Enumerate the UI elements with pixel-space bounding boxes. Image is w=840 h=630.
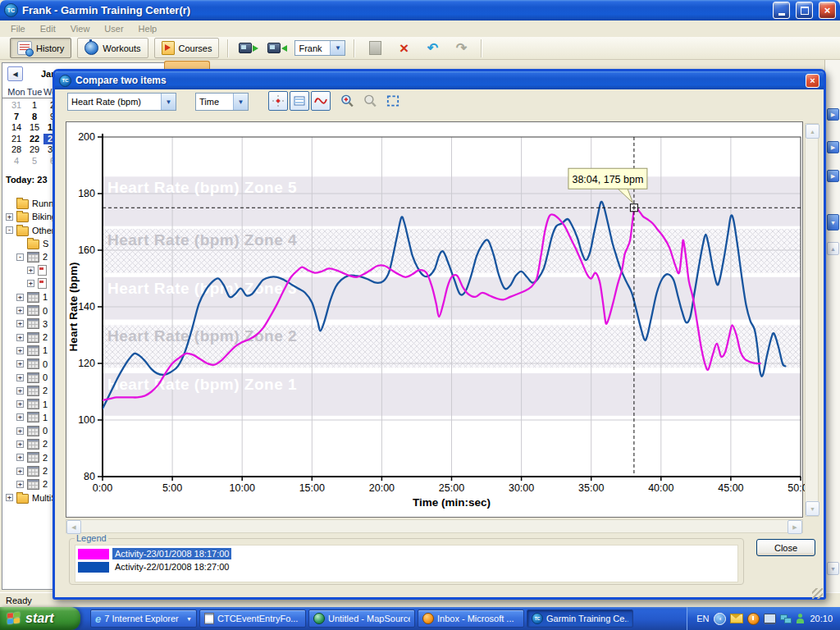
tree-expander[interactable]: + <box>6 213 13 221</box>
panel-combo-button[interactable]: ▼ <box>827 214 839 231</box>
zones-toggle-button[interactable] <box>290 91 309 111</box>
chart-panel[interactable]: Heart Rate (bpm) Zone 5Heart Rate (bpm) … <box>66 121 803 518</box>
dialog-close-icon[interactable]: × <box>806 74 819 88</box>
calendar-date[interactable]: 1 <box>25 100 43 112</box>
tree-item-label: 0 <box>43 426 48 436</box>
calendar-date[interactable]: 14 <box>7 122 25 134</box>
messenger-user-icon[interactable] <box>796 614 805 624</box>
taskbar-button-label: Garmin Training Ce... <box>546 614 628 623</box>
chevron-down-icon[interactable]: ▼ <box>330 41 345 55</box>
chevron-down-icon[interactable]: ▼ <box>161 94 176 110</box>
language-indicator[interactable]: EN <box>696 614 709 623</box>
undo-button[interactable]: ↶ <box>421 39 444 57</box>
x-axis-dropdown[interactable]: Time ▼ <box>195 93 249 111</box>
panel-button[interactable]: ▶ <box>827 108 839 121</box>
zones-icon <box>293 94 306 107</box>
legend-item[interactable]: Activity-23/01/2008 18:17:00 <box>78 547 735 560</box>
scroll-up-button[interactable]: ▲ <box>827 242 839 255</box>
menu-view[interactable]: View <box>63 22 98 35</box>
taskbar-button[interactable]: Untitled - MapSource <box>308 609 415 628</box>
calendar-date[interactable]: 15 <box>25 122 43 134</box>
tree-expander[interactable]: + <box>16 481 24 488</box>
calendar-date[interactable]: 8 <box>25 112 43 123</box>
tree-expander[interactable]: + <box>16 427 24 435</box>
tree-expander[interactable]: + <box>16 400 24 408</box>
tree-expander[interactable]: + <box>27 267 34 274</box>
tree-expander[interactable]: + <box>27 280 34 287</box>
menu-edit[interactable]: Edit <box>33 22 63 35</box>
tree-expander[interactable]: + <box>6 494 13 501</box>
courses-button[interactable]: Courses <box>154 38 220 58</box>
history-button[interactable]: History <box>10 38 71 58</box>
tree-expander[interactable]: + <box>16 360 24 368</box>
menu-help[interactable]: Help <box>131 22 165 35</box>
panel-button[interactable]: ▶ <box>827 170 839 182</box>
start-button[interactable]: start <box>0 607 80 630</box>
display-tray-icon[interactable] <box>764 614 776 623</box>
scroll-right-button[interactable]: ▶ <box>788 520 802 534</box>
taskbar-button[interactable]: TCGarmin Training Ce... <box>527 609 633 628</box>
metric-dropdown[interactable]: Heart Rate (bpm) ▼ <box>67 93 176 111</box>
user-dropdown[interactable]: Frank ▼ <box>294 40 345 56</box>
calendar-date[interactable]: 31 <box>7 100 25 112</box>
tree-expander[interactable]: + <box>16 307 24 314</box>
line-graph-toggle-button[interactable] <box>311 91 331 111</box>
resize-grip[interactable] <box>812 588 823 599</box>
tree-expander[interactable]: + <box>16 413 24 421</box>
calendar-date[interactable]: 7 <box>7 112 25 123</box>
legend-title: Legend <box>75 533 108 543</box>
clock-tray-icon[interactable] <box>747 613 760 625</box>
delete-button[interactable]: × <box>392 39 415 57</box>
tree-expander[interactable]: + <box>16 468 24 475</box>
tree-expander[interactable]: + <box>16 441 24 448</box>
tree-expander[interactable]: + <box>16 320 24 327</box>
taskbar-button[interactable]: Inbox - Microsoft ... <box>418 609 524 628</box>
outlook-icon <box>422 613 434 624</box>
fit-to-window-button[interactable] <box>383 91 403 111</box>
restore-button[interactable] <box>796 2 813 19</box>
minimize-button[interactable] <box>773 2 790 19</box>
redo-icon: ↷ <box>456 42 467 54</box>
receive-from-device-button[interactable] <box>266 39 289 57</box>
scroll-up-button[interactable]: ▲ <box>806 124 819 139</box>
menu-user[interactable]: User <box>97 22 130 35</box>
status-text: Ready <box>6 596 32 605</box>
calendar-date[interactable]: 29 <box>25 144 43 156</box>
calendar-back-button[interactable]: ◀ <box>7 66 23 81</box>
network-tray-icon[interactable] <box>780 614 792 623</box>
hr-comparison-chart[interactable]: Heart Rate (bpm) Zone 5Heart Rate (bpm) … <box>66 122 802 517</box>
tree-expander[interactable]: + <box>16 374 24 381</box>
chevron-down-icon[interactable]: ▼ <box>233 94 248 110</box>
send-to-device-button[interactable] <box>237 39 260 57</box>
crosshair-toggle-button[interactable] <box>268 91 288 111</box>
tree-expander[interactable]: + <box>16 347 24 354</box>
taskbar-button[interactable]: CTCEventEntryFo... <box>199 609 306 628</box>
calendar-date[interactable]: 28 <box>7 144 25 156</box>
calendar-date[interactable]: 21 <box>7 134 25 145</box>
dialog-close-button[interactable]: Close <box>756 539 815 556</box>
tree-expander[interactable]: - <box>6 226 13 234</box>
panel-button[interactable]: ▶ <box>827 141 839 153</box>
tree-expander[interactable]: - <box>16 253 24 261</box>
taskbar-button[interactable]: e7 Internet Explorer▼ <box>90 609 197 628</box>
workouts-button[interactable]: Workouts <box>77 38 148 58</box>
zoom-in-button[interactable] <box>337 91 357 111</box>
tree-expander[interactable]: + <box>16 294 24 301</box>
calendar-date[interactable]: 22 <box>25 134 43 145</box>
hide-icons-button[interactable]: ‹ <box>714 613 726 625</box>
close-button[interactable]: × <box>819 2 836 19</box>
scroll-left-button[interactable]: ◀ <box>66 520 81 534</box>
chart-hscrollbar[interactable]: ◀ ▶ <box>66 519 803 533</box>
tree-expander[interactable]: + <box>16 334 24 341</box>
menu-file[interactable]: File <box>3 22 33 35</box>
tree-expander[interactable]: + <box>16 387 24 395</box>
new-mail-icon[interactable] <box>730 614 743 623</box>
legend-item[interactable]: Activity-22/01/2008 18:27:00 <box>78 560 735 573</box>
delete-icon: × <box>399 42 409 54</box>
chart-vscrollbar[interactable]: ▲ ▼ <box>805 123 819 517</box>
calendar-date[interactable]: 5 <box>25 156 43 167</box>
tree-expander[interactable]: + <box>16 454 24 461</box>
calendar-date[interactable]: 4 <box>7 156 25 167</box>
scroll-down-button[interactable]: ▼ <box>806 501 819 516</box>
scroll-down-button[interactable]: ▼ <box>827 562 839 575</box>
